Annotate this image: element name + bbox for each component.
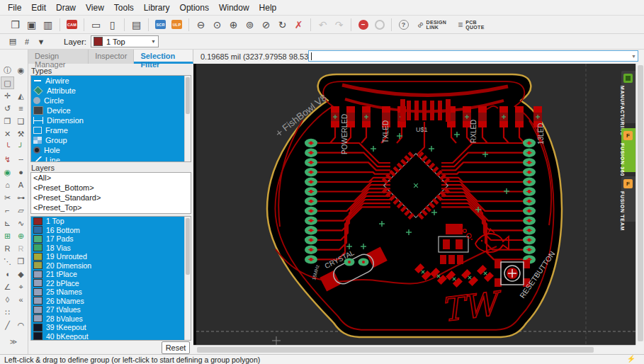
join-icon[interactable]: ⊶ bbox=[14, 191, 28, 204]
types-item-group[interactable]: Group bbox=[31, 135, 191, 145]
dock-tab-fusion-team[interactable]: FFUSION TEAM bbox=[621, 176, 635, 222]
canvas-vertical-scrollbar[interactable] bbox=[635, 64, 644, 345]
rect-icon[interactable]: ▱ bbox=[14, 204, 28, 217]
types-item-dimension[interactable]: Dimension bbox=[31, 115, 191, 125]
mirror-icon[interactable]: ◭ bbox=[14, 89, 28, 102]
menu-options[interactable]: Options bbox=[175, 1, 214, 14]
show-icon[interactable]: ◉ bbox=[14, 64, 28, 76]
preset-item[interactable]: <All> bbox=[31, 173, 191, 183]
split-icon[interactable]: ✂ bbox=[1, 191, 14, 204]
update-all-icon[interactable]: R bbox=[14, 242, 28, 255]
library-icon[interactable]: ▤ bbox=[129, 17, 144, 32]
layer-row-tkeepout[interactable]: 39 tKeepout bbox=[31, 323, 191, 332]
group-select-icon[interactable]: ▢ bbox=[1, 76, 14, 89]
pcb-quote-button[interactable]: ≡PCBQUOTE bbox=[458, 17, 484, 33]
layer-row-tplace[interactable]: 21 tPlace bbox=[31, 270, 191, 279]
mark-icon[interactable]: ⌖ bbox=[14, 280, 28, 293]
copy-group-icon[interactable]: ❒ bbox=[14, 255, 28, 268]
refresh-icon[interactable]: ↻ bbox=[275, 17, 290, 32]
dock-tab-manufacturing[interactable]: MANUFACTURING bbox=[621, 71, 635, 123]
cancel-command-icon[interactable]: ✗ bbox=[291, 17, 306, 32]
reset-button[interactable]: Reset bbox=[162, 341, 190, 354]
stop-icon[interactable]: – bbox=[356, 17, 371, 32]
lock-icon[interactable]: ◊ bbox=[1, 293, 14, 306]
types-item-frame[interactable]: Frame bbox=[31, 125, 191, 135]
layer-row-bplace[interactable]: 22 bPlace bbox=[31, 279, 191, 288]
align-icon[interactable]: ≡ bbox=[14, 102, 28, 115]
cam-processor-icon[interactable]: CAM bbox=[64, 17, 79, 32]
go-icon[interactable] bbox=[372, 17, 387, 32]
zoom-out-icon[interactable]: ⊖ bbox=[193, 17, 208, 32]
zoom-select-icon[interactable]: ⊘ bbox=[259, 17, 273, 32]
add-pin-icon[interactable]: ⊕ bbox=[14, 229, 28, 242]
text-icon[interactable]: A bbox=[14, 178, 28, 191]
menu-view[interactable]: View bbox=[81, 1, 109, 14]
design-link-button[interactable]: ∞DESIGNLINK bbox=[417, 17, 446, 33]
pcb-canvas[interactable]: CRYSTAL 16MHz bbox=[193, 64, 635, 345]
tab-design-manager[interactable]: Design Manager bbox=[28, 50, 89, 64]
preset-item[interactable]: <Preset_Standard> bbox=[31, 193, 191, 203]
add-part-icon[interactable]: ⊞ bbox=[1, 229, 14, 242]
route-diff-icon[interactable]: ╯ bbox=[14, 140, 28, 153]
menu-library[interactable]: Library bbox=[139, 1, 175, 14]
unroute-icon[interactable]: ┄ bbox=[14, 153, 28, 166]
move-icon[interactable]: ✛ bbox=[1, 89, 14, 102]
layer-row-dimension[interactable]: 20 Dimension bbox=[31, 261, 191, 271]
layer-select[interactable]: 1 Top ▼ bbox=[91, 35, 159, 47]
help-icon[interactable]: ? bbox=[396, 17, 411, 32]
info-icon[interactable]: ⓘ bbox=[1, 64, 14, 76]
types-scrollbar[interactable] bbox=[184, 76, 191, 161]
board-icon[interactable]: ▭ bbox=[89, 17, 103, 32]
route-icon[interactable]: ╰ bbox=[1, 140, 14, 153]
open-icon[interactable]: ❒ bbox=[8, 17, 23, 32]
polygon-icon[interactable]: ⌂ bbox=[1, 178, 14, 191]
ripup-icon[interactable]: ↯ bbox=[1, 153, 14, 166]
layer-row-vias[interactable]: 18 Vias bbox=[31, 244, 191, 253]
update-icon[interactable]: R bbox=[1, 242, 14, 255]
dimension-tool-icon[interactable]: ⊾ bbox=[1, 217, 14, 229]
types-item-circle[interactable]: Circle bbox=[31, 96, 191, 106]
print-icon[interactable]: ▥ bbox=[40, 17, 55, 32]
layer-row-top[interactable]: 1 Top bbox=[31, 217, 191, 226]
run-ulp-icon[interactable]: ULP bbox=[169, 17, 184, 32]
copy-icon[interactable]: ❐ bbox=[1, 115, 14, 127]
zoom-fit-icon[interactable]: ⊙ bbox=[210, 17, 225, 32]
line-icon[interactable]: ╱ bbox=[1, 319, 14, 331]
dock-tab-fusion-360[interactable]: FFUSION 360 bbox=[621, 128, 635, 172]
attribute-tool-icon[interactable]: ◆ bbox=[14, 268, 28, 280]
tab-selection-filter[interactable]: Selection Filter bbox=[134, 50, 193, 64]
types-item-device[interactable]: Device bbox=[31, 106, 191, 115]
zoom-in-icon[interactable]: ⊕ bbox=[226, 17, 241, 32]
menu-window[interactable]: Window bbox=[214, 1, 254, 14]
rotate-icon[interactable]: ↺ bbox=[1, 102, 14, 115]
more-tools-button[interactable]: ≫ bbox=[0, 338, 27, 346]
layer-row-unrouted[interactable]: 19 Unrouted bbox=[31, 252, 191, 261]
canvas-horizontal-scrollbar[interactable] bbox=[193, 345, 635, 354]
save-icon[interactable]: ▣ bbox=[24, 17, 39, 32]
preset-item[interactable]: <Preset_Top> bbox=[31, 203, 191, 212]
preset-item[interactable]: <Preset_Bottom> bbox=[31, 183, 191, 193]
layer-row-tnames[interactable]: 25 tNames bbox=[31, 288, 191, 297]
types-item-hole[interactable]: Hole bbox=[31, 145, 191, 155]
display-layers-icon[interactable]: ▤ bbox=[6, 35, 19, 48]
menu-edit[interactable]: Edit bbox=[26, 1, 51, 14]
layer-row-bkeepout[interactable]: 40 bKeepout bbox=[31, 332, 191, 341]
layer-row-bottom[interactable]: 16 Bottom bbox=[31, 226, 191, 235]
smash-icon[interactable]: ⋱ bbox=[1, 255, 14, 268]
layer-row-pads[interactable]: 17 Pads bbox=[31, 234, 191, 244]
grid-icon[interactable]: # bbox=[21, 35, 33, 48]
menu-file[interactable]: File bbox=[3, 1, 26, 14]
array-icon[interactable]: ∷ bbox=[1, 306, 14, 319]
change-icon[interactable]: ⚒ bbox=[14, 127, 28, 140]
via-icon[interactable]: ◉ bbox=[1, 166, 14, 178]
tab-inspector[interactable]: Inspector bbox=[89, 50, 134, 64]
hole-icon[interactable]: ● bbox=[14, 166, 28, 178]
delete-icon[interactable]: ✕ bbox=[1, 127, 14, 140]
filter-icon[interactable]: ▼ bbox=[35, 35, 47, 48]
pinswap-icon[interactable]: « bbox=[14, 293, 28, 306]
command-input[interactable]: ▼ bbox=[308, 50, 638, 62]
layer-row-bnames[interactable]: 26 bNames bbox=[31, 297, 191, 306]
types-item-line[interactable]: Line bbox=[31, 155, 191, 162]
types-item-attribute[interactable]: Attribute bbox=[31, 86, 191, 96]
menu-help[interactable]: Help bbox=[254, 1, 282, 14]
